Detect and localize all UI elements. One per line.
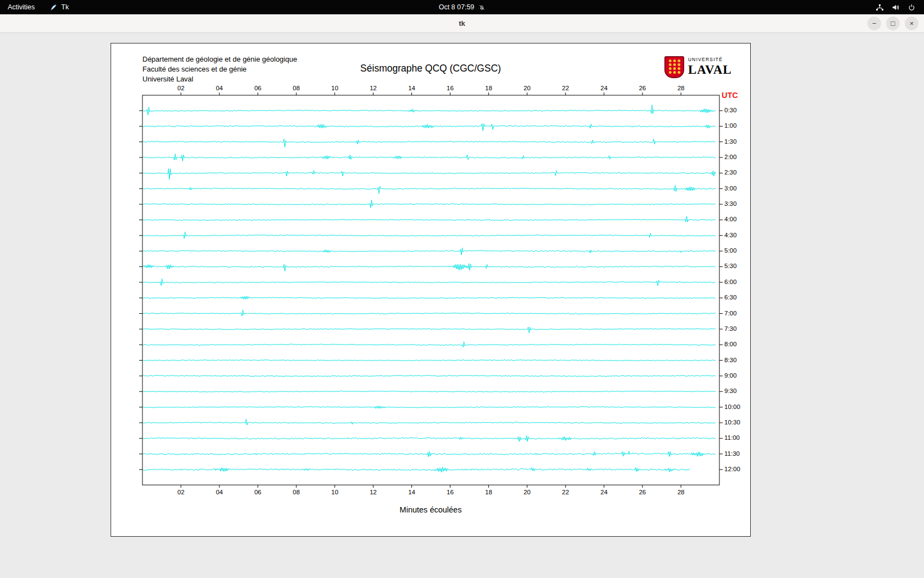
laval-shield-icon [664,56,684,78]
row-label-5:30: 5:30 [724,263,736,269]
universite-laval-logo: UNIVERSITÉ LAVAL [664,56,732,78]
row-label-4:30: 4:30 [724,232,736,238]
row-label-3:30: 3:30 [724,200,736,207]
power-icon [908,4,915,11]
row-label-9:00: 9:00 [724,372,736,379]
x-tick-top-22: 22 [562,85,569,91]
seismogram-trace-0:30 [143,105,716,115]
x-tick-bottom-24: 24 [601,489,608,495]
x-tick-bottom-18: 18 [485,489,492,495]
institution-line-1: Département de géologie et de génie géol… [142,55,297,63]
utc-label: UTC [722,91,738,100]
row-label-8:00: 8:00 [724,341,736,347]
seismogram-trace-7:00 [143,310,716,316]
focused-app-name: Tk [61,3,69,11]
row-label-6:30: 6:30 [724,294,736,301]
system-status-area[interactable] [876,4,924,11]
x-tick-bottom-02: 02 [178,489,185,495]
row-label-7:30: 7:30 [724,325,736,332]
row-label-9:30: 9:30 [724,388,736,394]
x-tick-bottom-20: 20 [524,489,531,495]
seismogram-trace-7:30 [143,327,716,333]
x-tick-bottom-12: 12 [370,489,377,495]
seismogram-trace-1:00 [143,123,716,130]
row-label-0:30: 0:30 [724,107,736,113]
window-title: tk [459,19,465,28]
close-button[interactable]: × [905,17,919,30]
seismogram-trace-11:00 [143,435,716,441]
clock-menu[interactable]: Oct 8 07:59 [439,3,486,11]
activities-button[interactable]: Activities [8,3,35,11]
x-tick-top-26: 26 [639,85,646,91]
x-tick-top-18: 18 [485,85,492,91]
x-tick-top-20: 20 [524,85,531,91]
x-tick-bottom-06: 06 [254,489,261,495]
row-label-1:30: 1:30 [724,138,736,145]
seismogram-trace-1:30 [143,139,716,148]
row-label-1:00: 1:00 [724,122,736,129]
volume-icon [892,4,900,11]
x-tick-top-28: 28 [678,85,685,91]
seismogram-trace-11:30 [143,451,716,457]
row-label-2:30: 2:30 [724,169,736,176]
network-icon [876,4,884,11]
x-tick-top-02: 02 [178,85,185,91]
row-label-12:00: 12:00 [724,466,740,472]
seismogram-trace-8:30 [143,359,716,361]
x-tick-top-06: 06 [254,85,261,91]
x-tick-top-16: 16 [447,85,454,91]
clock-label: Oct 8 07:59 [439,3,475,11]
row-label-6:00: 6:00 [724,279,736,285]
seismogram-trace-12:00 [143,467,690,472]
seismogram-trace-2:00 [143,154,716,161]
plot-title: Séismographe QCQ (CGC/GSC) [111,63,750,74]
seismogram-trace-5:30 [143,264,716,271]
row-label-4:00: 4:00 [724,216,736,222]
bell-slash-icon [478,4,485,11]
seismogram-trace-6:00 [143,279,716,286]
x-tick-bottom-22: 22 [562,489,569,495]
x-tick-bottom-28: 28 [678,489,685,495]
x-tick-top-10: 10 [331,85,338,91]
seismogram-trace-6:30 [143,296,716,299]
x-tick-bottom-10: 10 [331,489,338,495]
x-tick-top-24: 24 [601,85,608,91]
row-label-3:00: 3:00 [724,185,736,192]
x-tick-bottom-16: 16 [447,489,454,495]
row-label-11:30: 11:30 [724,450,740,457]
row-label-7:00: 7:00 [724,310,736,317]
logo-top-text: UNIVERSITÉ [688,57,732,62]
x-tick-bottom-26: 26 [639,489,646,495]
x-tick-top-08: 08 [293,85,300,91]
x-tick-bottom-04: 04 [216,489,223,495]
seismogram-trace-10:00 [143,406,716,408]
x-tick-top-12: 12 [370,85,377,91]
desktop-background: Département de géologie et de génie géol… [0,33,924,578]
seismogram-trace-4:00 [143,216,716,222]
institution-line-3: Université Laval [142,75,194,83]
window-titlebar[interactable]: tk − □ × [0,14,924,33]
seismogram-trace-4:30 [143,232,716,238]
row-label-5:00: 5:00 [724,247,736,254]
seismogram-trace-9:30 [143,391,716,392]
row-label-10:00: 10:00 [724,403,740,410]
plot-border [142,95,719,485]
row-label-8:30: 8:30 [724,357,736,363]
tk-app-icon [50,4,57,11]
seismogram-trace-10:30 [143,419,716,425]
seismogram-plot [111,43,751,537]
maximize-button[interactable]: □ [886,17,900,30]
x-tick-bottom-14: 14 [408,489,415,495]
minimize-button[interactable]: − [867,17,881,30]
seismogram-trace-3:30 [143,200,716,208]
seismogram-trace-2:30 [143,168,716,179]
row-label-10:30: 10:30 [724,419,740,426]
focused-app-indicator[interactable]: Tk [50,3,69,11]
x-axis-label: Minutes écoulées [111,505,750,514]
seismogram-trace-8:00 [143,342,716,347]
row-label-2:00: 2:00 [724,154,736,160]
window-controls: − □ × [867,17,919,30]
seismograph-canvas: Département de géologie et de génie géol… [111,43,751,537]
row-label-11:00: 11:00 [724,434,740,441]
seismogram-trace-5:00 [143,248,716,255]
